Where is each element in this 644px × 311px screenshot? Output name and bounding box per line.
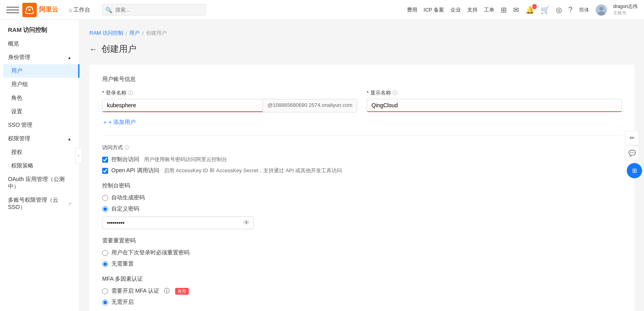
console-access-label[interactable]: 控制台访问 — [111, 156, 139, 163]
apps-widget[interactable]: ⊞ — [626, 163, 642, 179]
mfa-no-radio-item[interactable]: 无需开启 — [102, 299, 622, 306]
display-name-info-icon[interactable]: ⓘ — [393, 90, 397, 96]
help-icon[interactable]: ? — [569, 6, 573, 14]
mfa-required-radio[interactable] — [102, 288, 108, 294]
identity-group-header[interactable]: 身份管理 ▲ — [0, 51, 79, 64]
bell-icon[interactable]: 🔔· — [525, 6, 534, 14]
mfa-required-label[interactable]: 需要开启 MFA 认证 — [111, 287, 159, 295]
sidebar-item-users[interactable]: 用户 — [3, 64, 79, 78]
user-groups-label: 用户组 — [11, 81, 28, 88]
no-reset-label[interactable]: 无需重置 — [111, 260, 134, 268]
topnav-right: 费用 ICP 备案 企业 支持 工单 ⊞ ✉ 🔔· 🛒 ◎ ? 简体 drago… — [407, 3, 638, 16]
apps-icon[interactable]: ⊞ — [501, 6, 507, 14]
nav-enterprise[interactable]: 企业 — [450, 6, 461, 14]
auto-password-radio[interactable] — [102, 195, 108, 201]
sidebar-item-oauth[interactable]: OAuth 应用管理（公测中） — [0, 173, 79, 193]
svg-point-2 — [599, 7, 603, 11]
mfa-required-radio-item[interactable]: 需要开启 MFA 认证 ⓘ 推荐 — [102, 287, 622, 295]
nav-fees[interactable]: 费用 — [407, 6, 417, 14]
plus-icon: ＋ — [102, 119, 108, 126]
nav-support[interactable]: 支持 — [467, 6, 478, 14]
sidebar-item-settings[interactable]: 设置 — [3, 105, 79, 118]
breadcrumb-sep1: / — [126, 30, 127, 36]
hamburger-menu[interactable] — [6, 4, 19, 16]
custom-password-radio[interactable] — [102, 206, 108, 212]
eye-icon[interactable]: 👁 — [243, 219, 250, 226]
breadcrumb-ram[interactable]: RAM 访问控制 — [89, 30, 123, 37]
nav-ticket[interactable]: 工单 — [484, 6, 494, 14]
edit-widget[interactable]: ✏ — [625, 131, 639, 145]
auth-label: 授权 — [11, 149, 22, 156]
reset-password-section: 需要重置密码 用户在下次登录时必须重置密码 无需重置 — [102, 237, 622, 268]
mfa-no-radio[interactable] — [102, 299, 108, 305]
mfa-info-icon[interactable]: ⓘ — [164, 287, 170, 295]
reset-required-radio[interactable] — [102, 250, 108, 256]
workspace-label: 工作台 — [73, 6, 90, 14]
page-title: 创建用户 — [101, 43, 136, 55]
console-access-checkbox[interactable] — [102, 157, 108, 163]
chat-widget[interactable]: 💬 — [625, 146, 639, 160]
search-input[interactable] — [102, 4, 206, 16]
access-info-icon[interactable]: ⓘ — [124, 144, 129, 151]
sidebar-item-user-groups[interactable]: 用户组 — [3, 78, 79, 91]
password-section-title: 控制台密码 — [102, 182, 622, 189]
sidebar-item-roles[interactable]: 角色 — [3, 91, 79, 105]
login-name-info-icon[interactable]: ⓘ — [128, 90, 133, 96]
sidebar-item-sso[interactable]: SSO 管理 — [0, 118, 79, 132]
cart-icon[interactable]: 🛒 — [541, 6, 549, 14]
display-name-input[interactable] — [367, 99, 622, 112]
login-name-input[interactable] — [103, 99, 263, 112]
perms-group-header[interactable]: 权限管理 ▲ — [0, 132, 79, 146]
reset-required-radio-item[interactable]: 用户在下次登录时必须重置密码 — [102, 249, 622, 256]
avatar[interactable] — [596, 4, 607, 16]
password-input[interactable] — [102, 217, 254, 229]
sidebar-item-auth[interactable]: 授权 — [3, 146, 79, 159]
console-access-checkbox-item[interactable]: 控制台访问 用户使用账号密码访问阿里云控制台 — [102, 156, 622, 163]
access-section-title: 访问方式 — [102, 144, 123, 151]
location-icon[interactable]: ◎ — [556, 6, 562, 14]
openapi-access-desc: 启用 AccessKey ID 和 AccessKey Secret，支持通过 … — [164, 167, 342, 174]
topnav: 阿里云 ⌂ 工作台 🔍 费用 ICP 备案 企业 支持 工单 ⊞ ✉ 🔔· 🛒 … — [0, 0, 644, 20]
reset-section-title: 需要重置密码 — [102, 237, 622, 244]
login-name-label-text: * 登录名称 — [102, 89, 126, 96]
openapi-access-label[interactable]: Open API 调用访问 — [111, 167, 159, 174]
mail-icon[interactable]: ✉ — [513, 6, 519, 14]
chevron-up-icon-perms: ▲ — [67, 137, 71, 141]
logo[interactable]: 阿里云 — [22, 3, 58, 17]
users-label: 用户 — [11, 67, 22, 75]
user-sub: 主账号 — [613, 10, 638, 16]
no-reset-radio[interactable] — [102, 261, 108, 267]
custom-password-radio-item[interactable]: 自定义密码 — [102, 205, 622, 213]
settings-label: 设置 — [11, 108, 22, 115]
no-reset-radio-item[interactable]: 无需重置 — [102, 260, 622, 268]
openapi-access-checkbox[interactable] — [102, 168, 108, 174]
user-name: dragon志伟 — [613, 3, 638, 10]
reset-required-label[interactable]: 用户在下次登录时必须重置密码 — [111, 249, 190, 256]
breadcrumb-users[interactable]: 用户 — [129, 30, 140, 37]
sidebar-item-overview[interactable]: 概览 — [0, 37, 79, 51]
identity-sub-menu: 用户 用户组 角色 设置 — [0, 64, 79, 118]
lang-switch[interactable]: 简体 — [579, 6, 589, 14]
custom-password-label[interactable]: 自定义密码 — [111, 205, 139, 213]
sidebar-item-policy[interactable]: 权限策略 — [3, 159, 79, 173]
mfa-no-label[interactable]: 无需开启 — [111, 299, 134, 306]
nav-icp[interactable]: ICP 备案 — [424, 6, 444, 14]
login-name-input-group: @108865680690 2574.onaliyun.com — [102, 99, 357, 112]
display-name-label: * 显示名称 ⓘ — [367, 89, 622, 96]
auto-password-radio-item[interactable]: 自动生成密码 — [102, 194, 622, 201]
password-section: 控制台密码 自动生成密码 自定义密码 👁 — [102, 182, 622, 229]
roles-label: 角色 — [11, 94, 22, 102]
password-input-wrap: 👁 — [102, 217, 254, 229]
perms-group-label: 权限管理 — [8, 135, 30, 142]
workspace-link[interactable]: ⌂ 工作台 — [65, 5, 94, 15]
perms-sub-menu: 授权 权限策略 — [0, 146, 79, 173]
sidebar-item-multi-account[interactable]: 多账号权限管理（云 SSO） ↗ — [0, 193, 79, 214]
openapi-access-checkbox-item[interactable]: Open API 调用访问 启用 AccessKey ID 和 AccessKe… — [102, 167, 622, 174]
sidebar-collapse-btn[interactable]: ‹ — [75, 148, 82, 163]
search-box[interactable]: 🔍 — [102, 4, 206, 16]
sidebar-group-perms: 权限管理 ▲ 授权 权限策略 — [0, 132, 79, 173]
add-user-button[interactable]: ＋ + 添加用户 — [102, 119, 622, 126]
user-info[interactable]: dragon志伟 主账号 — [613, 3, 638, 16]
back-button[interactable]: ← — [89, 45, 97, 54]
auto-password-label[interactable]: 自动生成密码 — [111, 194, 145, 201]
